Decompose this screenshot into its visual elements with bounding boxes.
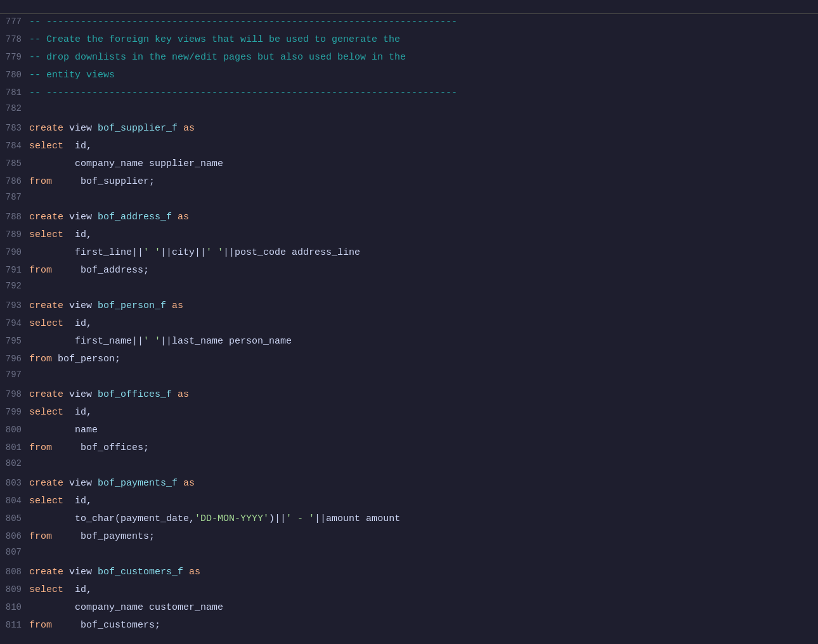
sql-comment: -- Create the foreign key views that wil… (29, 34, 400, 45)
sql-plain: first_name|| (29, 336, 143, 347)
line-795: 795 first_name||' '||last_name person_na… (0, 333, 818, 351)
line-number: 787 (0, 192, 29, 202)
line-content[interactable]: from bof_person; (29, 352, 120, 367)
line-number: 796 (0, 354, 29, 364)
line-content[interactable]: -- entity views (29, 68, 115, 83)
sql-plain: id, (63, 407, 92, 418)
line-791: 791from bof_address; (0, 262, 818, 280)
line-number: 777 (0, 16, 29, 27)
line-content[interactable]: from bof_supplier; (29, 174, 155, 190)
line-802: 802 (0, 458, 818, 475)
line-790: 790 first_line||' '||city||' '||post_cod… (0, 245, 818, 262)
sql-string: ' ' (143, 247, 160, 258)
sql-plain: view (63, 212, 98, 222)
sql-plain: view (63, 478, 98, 489)
sql-comment: -- entity views (29, 70, 115, 80)
line-783: 783create view bof_supplier_f as (0, 120, 818, 138)
line-781: 781-- ----------------------------------… (0, 85, 818, 103)
sql-keyword: select (29, 318, 63, 329)
sql-plain: first_line|| (29, 247, 143, 258)
line-796: 796from bof_person; (0, 351, 818, 369)
line-number: 778 (0, 34, 29, 44)
sql-keyword: select (29, 407, 63, 418)
line-number: 801 (0, 442, 29, 453)
line-number: 785 (0, 158, 29, 169)
sql-view-name: bof_offices_f (98, 389, 172, 400)
sql-view-name: bof_address_f (98, 212, 172, 222)
line-806: 806from bof_payments; (0, 529, 818, 546)
line-content[interactable]: company_name supplier_name (29, 157, 223, 172)
sql-plain: company_name customer_name (29, 602, 223, 613)
sql-keyword: as (183, 123, 195, 134)
line-content[interactable]: create view bof_customers_f as (29, 565, 200, 580)
line-content[interactable]: from bof_payments; (29, 529, 155, 544)
line-number: 790 (0, 247, 29, 257)
line-content[interactable]: create view bof_address_f as (29, 210, 189, 225)
line-content[interactable]: create view bof_person_f as (29, 299, 183, 314)
line-content[interactable]: name (29, 423, 98, 438)
line-content[interactable]: from bof_offices; (29, 441, 149, 456)
line-809: 809select id, (0, 582, 818, 600)
line-number: 779 (0, 52, 29, 62)
line-786: 786from bof_supplier; (0, 174, 818, 191)
sql-plain: view (63, 567, 98, 577)
sql-plain: ||post_code address_line (223, 247, 360, 258)
line-785: 785 company_name supplier_name (0, 156, 818, 174)
line-content[interactable]: first_line||' '||city||' '||post_code ad… (29, 245, 360, 261)
line-794: 794select id, (0, 316, 818, 333)
sql-plain: bof_customers; (52, 620, 160, 631)
line-number: 804 (0, 496, 29, 506)
sql-keyword: select (29, 229, 63, 240)
sql-keyword: as (178, 212, 189, 222)
line-content[interactable]: select id, (29, 583, 92, 598)
line-content[interactable]: -- -------------------------------------… (29, 15, 457, 30)
sql-plain: bof_payments; (52, 531, 155, 542)
line-803: 803create view bof_payments_f as (0, 475, 818, 493)
code-area: 777-- ----------------------------------… (0, 14, 818, 635)
line-content[interactable]: select id, (29, 494, 92, 509)
sql-plain (172, 389, 178, 400)
line-content[interactable]: to_char(payment_date,'DD-MON-YYYY')||' -… (29, 512, 400, 527)
line-content[interactable]: select id, (29, 316, 92, 332)
line-content[interactable]: from bof_customers; (29, 618, 160, 633)
line-content[interactable]: company_name customer_name (29, 600, 223, 615)
line-number: 798 (0, 389, 29, 399)
sql-view-name: bof_payments_f (98, 478, 178, 489)
sql-keyword: create (29, 478, 63, 489)
sql-plain: bof_person; (52, 354, 120, 364)
sql-plain: bof_address; (52, 265, 149, 276)
sql-keyword: from (29, 176, 52, 187)
line-801: 801from bof_offices; (0, 440, 818, 458)
line-number: 780 (0, 70, 29, 80)
line-content[interactable]: create view bof_payments_f as (29, 476, 195, 491)
sql-comment: -- -------------------------------------… (29, 87, 457, 98)
line-number: 784 (0, 141, 29, 151)
line-811: 811from bof_customers; (0, 617, 818, 635)
line-number: 793 (0, 300, 29, 311)
sql-keyword: from (29, 442, 52, 453)
line-content[interactable]: create view bof_supplier_f as (29, 121, 195, 136)
sql-keyword: from (29, 354, 52, 364)
line-content[interactable]: select id, (29, 139, 92, 154)
sql-plain: id, (63, 496, 92, 506)
sql-plain: bof_supplier; (52, 176, 155, 187)
line-content[interactable]: select id, (29, 228, 92, 243)
line-content[interactable]: -- -------------------------------------… (29, 86, 457, 101)
line-content[interactable]: from bof_address; (29, 263, 149, 278)
sql-plain: ||amount amount (315, 513, 400, 524)
line-content[interactable]: select id, (29, 405, 92, 420)
sql-plain (183, 567, 189, 577)
line-content[interactable]: first_name||' '||last_name person_name (29, 334, 292, 349)
line-789: 789select id, (0, 227, 818, 245)
sql-keyword: as (189, 567, 200, 577)
line-content[interactable]: -- drop downlists in the new/edit pages … (29, 50, 406, 65)
line-number: 794 (0, 318, 29, 328)
line-content[interactable]: create view bof_offices_f as (29, 387, 189, 402)
line-number: 805 (0, 513, 29, 524)
line-content[interactable]: -- Create the foreign key views that wil… (29, 32, 400, 48)
sql-string: ' ' (143, 336, 160, 347)
line-number: 808 (0, 567, 29, 577)
line-number: 783 (0, 123, 29, 133)
ruler (0, 0, 818, 14)
line-778: 778-- Create the foreign key views that … (0, 32, 818, 49)
